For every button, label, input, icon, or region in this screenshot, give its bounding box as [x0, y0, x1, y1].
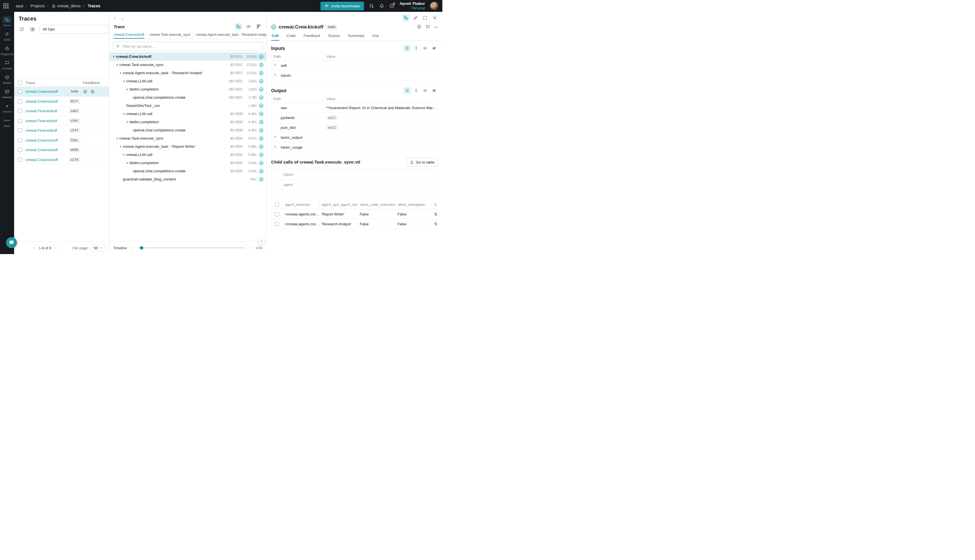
chevron-down-icon[interactable]: ▾: [122, 153, 126, 156]
tab-scores[interactable]: Scores: [327, 31, 341, 41]
next-page-icon[interactable]: ›: [54, 245, 58, 250]
collapse-panel-button[interactable]: [258, 237, 265, 245]
row-checkbox[interactable]: [18, 119, 22, 123]
tree-node[interactable]: ▾ crewai.Agent.execute_task - 'Research …: [109, 69, 266, 77]
output-row-tasks-output[interactable]: tasks_output: [271, 133, 438, 142]
wandb-logo-icon[interactable]: [3, 3, 8, 8]
row-checkbox[interactable]: [18, 128, 22, 133]
rail-item-traces[interactable]: Traces: [0, 15, 14, 28]
row-checkbox[interactable]: [18, 89, 22, 93]
refresh-icon[interactable]: [18, 26, 25, 33]
rail-item-datasets[interactable]: Datasets: [0, 87, 14, 100]
child-call-row[interactable]: <crewai.agents.cre... 'Report Writer' Fa…: [271, 209, 438, 219]
input-row-inputs[interactable]: inputs: [271, 70, 438, 80]
rail-item-more[interactable]: ooo More: [0, 116, 14, 128]
overflow-menu-icon[interactable]: ⋯: [434, 25, 438, 29]
user-block[interactable]: Ayush Thakur Personal: [399, 2, 425, 10]
chevron-down-icon[interactable]: ▾: [125, 161, 130, 164]
tab-use[interactable]: Use: [372, 31, 379, 41]
trace-row[interactable]: crewai.Flow.kickoff eab1: [14, 106, 109, 116]
rail-item-scorers[interactable]: # Scorers: [0, 102, 14, 114]
chevron-right-icon[interactable]: [273, 135, 279, 140]
tree-node[interactable]: ▾ crewai.Task.execute_sync $0.0003 5.87s: [109, 134, 266, 142]
columns-settings-icon[interactable]: [29, 26, 36, 33]
row-checkbox[interactable]: [18, 158, 22, 162]
tab-code[interactable]: Code: [286, 31, 296, 41]
help-icon[interactable]: [389, 3, 394, 8]
list-view-icon[interactable]: [404, 45, 411, 52]
row-checkbox[interactable]: [275, 212, 279, 216]
timeline-slider[interactable]: [137, 247, 245, 248]
crumb-agent-execute[interactable]: crewai.Agent.execute_task - 'Research An…: [193, 31, 266, 38]
code-view-icon[interactable]: [421, 87, 429, 94]
invite-teammates-button[interactable]: Invite teammates: [321, 2, 364, 10]
hide-values-eye-icon[interactable]: [431, 87, 438, 94]
crumb-crew-kickoff[interactable]: crewai.Crew.kickoff: [114, 31, 144, 38]
search-icon[interactable]: [369, 3, 374, 8]
op-filter-input[interactable]: [122, 44, 260, 48]
hide-values-eye-icon[interactable]: [431, 45, 438, 52]
row-checkbox[interactable]: [18, 138, 22, 142]
rail-item-prompts[interactable]: Prompts: [0, 58, 14, 71]
tab-feedback[interactable]: Feedback: [303, 31, 321, 41]
rail-item-models[interactable]: Models: [0, 73, 14, 85]
row-checkbox[interactable]: [275, 222, 279, 226]
breadcrumb-project[interactable]: crewai_demo: [47, 4, 81, 8]
chevron-down-icon[interactable]: ▾: [115, 63, 119, 66]
notifications-bell-icon[interactable]: [379, 3, 384, 8]
trace-row[interactable]: crewai.Flow.kickoff c59f: [14, 116, 109, 126]
code-view-icon[interactable]: [245, 23, 252, 30]
breadcrumb-team[interactable]: ayut: [16, 4, 23, 8]
tree-node[interactable]: ▾ litellm.completion <$0.0001 2.82s: [109, 85, 266, 93]
timeline-slider-thumb[interactable]: [140, 246, 143, 250]
trace-row[interactable]: crewai.Crew.kickoff e058: [14, 145, 109, 155]
output-row-raw[interactable]: raw **Investment Report: AI in Chemical …: [271, 103, 438, 113]
comment-icon[interactable]: [426, 24, 430, 30]
row-checkbox[interactable]: [18, 99, 22, 103]
chat-launcher-button[interactable]: [6, 237, 17, 248]
trace-row[interactable]: crewai.Flow.kickoff c5ff: [14, 126, 109, 136]
edit-pencil-icon[interactable]: [412, 14, 419, 21]
select-all-checkbox[interactable]: [275, 202, 279, 207]
tree-node[interactable]: guardrail-validate_blog_content 0ms: [109, 175, 266, 183]
tab-call[interactable]: Call: [271, 31, 279, 41]
thumbs-up-smiley-icon[interactable]: [83, 89, 87, 94]
trace-row[interactable]: crewai.Crew.kickoff 9d89: [14, 87, 109, 97]
trace-row[interactable]: crewai.Crew.kickoff 657f: [14, 97, 109, 107]
select-all-checkbox[interactable]: [18, 81, 22, 85]
output-row-pydantic[interactable]: pydantic null: [271, 113, 438, 123]
timeline-next-icon[interactable]: ›: [249, 245, 252, 250]
prev-page-icon[interactable]: ‹: [32, 245, 36, 250]
go-to-table-button[interactable]: Go to table: [406, 158, 438, 167]
op-name-filter[interactable]: [113, 42, 263, 51]
tree-node[interactable]: ▾ crewai.Agent.execute_task - 'Report Wr…: [109, 142, 266, 150]
code-view-icon[interactable]: [421, 45, 429, 52]
tree-node[interactable]: openai.chat.completions.create $0.0006 9…: [109, 126, 266, 134]
prev-call-arrow-icon[interactable]: ↑: [114, 16, 116, 21]
ops-filter-select[interactable]: All Ops: [40, 25, 109, 33]
chevron-right-icon[interactable]: [273, 73, 279, 78]
chevron-down-icon[interactable]: ▾: [125, 120, 130, 123]
chevron-right-icon[interactable]: [273, 145, 279, 150]
row-checkbox[interactable]: [18, 148, 22, 152]
next-call-arrow-icon[interactable]: ↓: [122, 16, 124, 21]
chevron-down-icon[interactable]: ▾: [118, 145, 123, 148]
add-reaction-smiley-icon[interactable]: [417, 24, 421, 30]
chevron-down-icon[interactable]: ▾: [125, 88, 130, 91]
tree-node[interactable]: ▾ crewai.Crew.kickoff $0.0010 19.83s: [109, 52, 266, 61]
chevron-down-icon[interactable]: ▾: [112, 55, 116, 58]
chevron-down-icon[interactable]: ▾: [122, 80, 126, 83]
tree-node[interactable]: SerperDevTool._run 1.66s: [109, 102, 266, 110]
tree-node[interactable]: ▾ crewai.LLM.call <$0.0001 2.82s: [109, 77, 266, 85]
tab-summary[interactable]: Summary: [347, 31, 365, 41]
rail-item-evals[interactable]: Evals: [0, 30, 14, 42]
tree-node[interactable]: ▾ crewai.LLM.call $0.0006 9.40s: [109, 110, 266, 118]
trace-row[interactable]: crewai.Crew.kickoff 316c: [14, 136, 109, 145]
expand-rows-icon[interactable]: [412, 87, 420, 94]
child-call-row[interactable]: <crewai.agents.cre... 'Research Analyst'…: [271, 219, 438, 229]
close-icon[interactable]: [431, 14, 438, 21]
flame-view-icon[interactable]: [255, 23, 262, 30]
row-checkbox[interactable]: [18, 109, 22, 113]
breadcrumb-projects[interactable]: Projects: [25, 4, 45, 8]
tree-node[interactable]: openai.chat.completions.create <$0.0001 …: [109, 93, 266, 102]
